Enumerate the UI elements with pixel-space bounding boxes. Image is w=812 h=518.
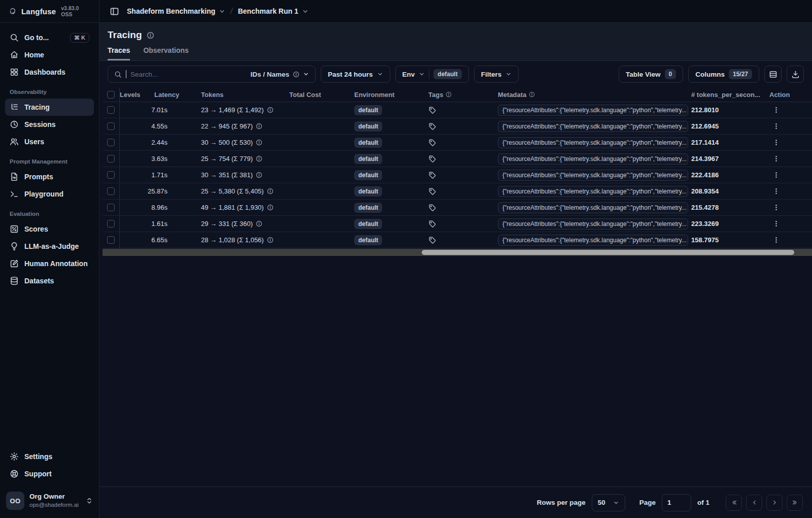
info-icon[interactable] (256, 123, 262, 130)
column-header-environment[interactable]: Environment (348, 91, 424, 99)
columns-button[interactable]: Columns 15/27 (688, 66, 759, 83)
kebab-menu-icon[interactable] (772, 139, 780, 146)
kebab-menu-icon[interactable] (772, 187, 780, 195)
row-checkbox[interactable] (107, 204, 115, 211)
horizontal-scrollbar-thumb[interactable] (422, 250, 794, 255)
info-icon[interactable] (256, 172, 262, 178)
horizontal-scrollbar[interactable] (103, 249, 812, 256)
sidebar-item-playground[interactable]: Playground (5, 185, 94, 203)
row-checkbox[interactable] (107, 220, 115, 228)
sidebar-item-human-annotation[interactable]: Human Annotation (5, 255, 94, 272)
tab-observations[interactable]: Observations (143, 46, 188, 60)
metadata-cell[interactable]: {"resourceAttributes":{"telemetry.sdk.la… (495, 216, 690, 232)
sidebar-item-support[interactable]: Support (5, 465, 94, 482)
metadata-cell[interactable]: {"resourceAttributes":{"telemetry.sdk.la… (495, 183, 690, 199)
info-icon[interactable] (267, 204, 274, 211)
table-row[interactable]: 8.96s 49 → 1,881 (Σ 1,930) default {"res… (103, 200, 812, 216)
search-input[interactable]: Search... IDs / Names (108, 66, 316, 83)
column-header-latency[interactable]: Latency (140, 91, 186, 99)
tags-cell[interactable] (424, 232, 495, 248)
metadata-cell[interactable]: {"resourceAttributes":{"telemetry.sdk.la… (495, 135, 690, 150)
tags-cell[interactable] (424, 118, 495, 134)
tags-cell[interactable] (424, 216, 495, 232)
tags-cell[interactable] (424, 167, 495, 183)
filters-button[interactable]: Filters (474, 66, 519, 83)
search-mode-select[interactable]: IDs / Names (250, 71, 309, 78)
sidebar-item-settings[interactable]: Settings (5, 448, 94, 465)
row-height-button[interactable] (764, 66, 782, 83)
select-all-checkbox[interactable] (107, 91, 115, 99)
column-header-tokens-per-second[interactable]: # tokens_per_secon... (690, 91, 761, 99)
info-icon[interactable] (256, 139, 262, 146)
info-icon[interactable] (267, 237, 274, 243)
kebab-menu-icon[interactable] (772, 155, 780, 163)
user-menu[interactable]: OO Org Owner ops@shadeform.ai (0, 487, 99, 518)
tags-cell[interactable] (424, 183, 495, 199)
kebab-menu-icon[interactable] (772, 220, 780, 228)
sidebar-item-prompts[interactable]: Prompts (5, 168, 94, 185)
table-row[interactable]: 1.71s 30 → 351 (Σ 381) default {"resourc… (103, 167, 812, 183)
metadata-cell[interactable]: {"resourceAttributes":{"telemetry.sdk.la… (495, 118, 690, 134)
table-row[interactable]: 6.65s 28 → 1,028 (Σ 1,056) default {"res… (103, 232, 812, 248)
sidebar-toggle-button[interactable] (107, 4, 122, 19)
kebab-menu-icon[interactable] (772, 171, 780, 179)
sidebar-item-dashboards[interactable]: Dashboards (5, 63, 94, 81)
export-button[interactable] (787, 66, 804, 83)
sidebar-item-home[interactable]: Home (5, 46, 94, 63)
table-row[interactable]: 1.61s 29 → 331 (Σ 360) default {"resourc… (103, 216, 812, 232)
rows-per-page-select[interactable]: 50 (592, 494, 625, 511)
page-number-input[interactable] (662, 494, 691, 511)
row-checkbox[interactable] (107, 139, 115, 146)
column-header-levels[interactable]: Levels (120, 91, 140, 99)
tags-cell[interactable] (424, 200, 495, 215)
sidebar-item-llm-as-a-judge[interactable]: LLM-as-a-Judge (5, 238, 94, 255)
table-row[interactable]: 2.44s 30 → 500 (Σ 530) default {"resourc… (103, 135, 812, 151)
last-page-button[interactable] (787, 495, 803, 511)
previous-page-button[interactable] (746, 495, 762, 511)
column-header-tags[interactable]: Tags (424, 91, 495, 99)
goto-search-button[interactable]: Go to... ⌘ K (5, 29, 94, 46)
sidebar-item-users[interactable]: Users (5, 133, 94, 150)
row-checkbox[interactable] (107, 236, 115, 244)
row-checkbox[interactable] (107, 187, 115, 195)
sidebar-item-tracing[interactable]: Tracing (5, 99, 94, 116)
breadcrumb-org[interactable]: Shadeform Benchmarking (127, 7, 225, 15)
row-checkbox[interactable] (107, 122, 115, 130)
table-row[interactable]: 4.55s 22 → 945 (Σ 967) default {"resourc… (103, 118, 812, 135)
metadata-cell[interactable]: {"resourceAttributes":{"telemetry.sdk.la… (495, 151, 690, 167)
table-row[interactable]: 25.87s 25 → 5,380 (Σ 5,405) default {"re… (103, 183, 812, 200)
column-header-metadata[interactable]: Metadata (495, 91, 690, 99)
info-icon[interactable] (256, 220, 262, 227)
metadata-cell[interactable]: {"resourceAttributes":{"telemetry.sdk.la… (495, 232, 690, 248)
kebab-menu-icon[interactable] (772, 236, 780, 244)
table-view-button[interactable]: Table View 0 (619, 66, 683, 83)
first-page-button[interactable] (726, 495, 742, 511)
metadata-cell[interactable]: {"resourceAttributes":{"telemetry.sdk.la… (495, 102, 690, 118)
tags-cell[interactable] (424, 102, 495, 118)
metadata-cell[interactable]: {"resourceAttributes":{"telemetry.sdk.la… (495, 200, 690, 215)
info-icon[interactable] (267, 107, 274, 113)
row-checkbox[interactable] (107, 106, 115, 114)
next-page-button[interactable] (766, 495, 783, 511)
info-icon[interactable] (256, 155, 262, 162)
tags-cell[interactable] (424, 151, 495, 167)
time-range-button[interactable]: Past 24 hours (321, 66, 390, 83)
table-row[interactable]: 3.63s 25 → 754 (Σ 779) default {"resourc… (103, 151, 812, 167)
column-header-total-cost[interactable]: Total Cost (287, 91, 348, 99)
kebab-menu-icon[interactable] (772, 106, 780, 114)
row-checkbox[interactable] (107, 171, 115, 179)
table-row[interactable]: 7.01s 23 → 1,469 (Σ 1,492) default {"res… (103, 102, 812, 118)
tags-cell[interactable] (424, 135, 495, 150)
row-checkbox[interactable] (107, 155, 115, 163)
info-icon[interactable] (147, 31, 154, 39)
kebab-menu-icon[interactable] (772, 122, 780, 130)
metadata-cell[interactable]: {"resourceAttributes":{"telemetry.sdk.la… (495, 167, 690, 183)
info-icon[interactable] (267, 188, 274, 195)
sidebar-item-scores[interactable]: Scores (5, 220, 94, 238)
env-filter-button[interactable]: Env default (395, 66, 469, 83)
tab-traces[interactable]: Traces (108, 46, 130, 60)
kebab-menu-icon[interactable] (772, 204, 780, 211)
sidebar-item-datasets[interactable]: Datasets (5, 272, 94, 289)
sidebar-item-sessions[interactable]: Sessions (5, 116, 94, 133)
column-header-tokens[interactable]: Tokens (186, 91, 287, 99)
